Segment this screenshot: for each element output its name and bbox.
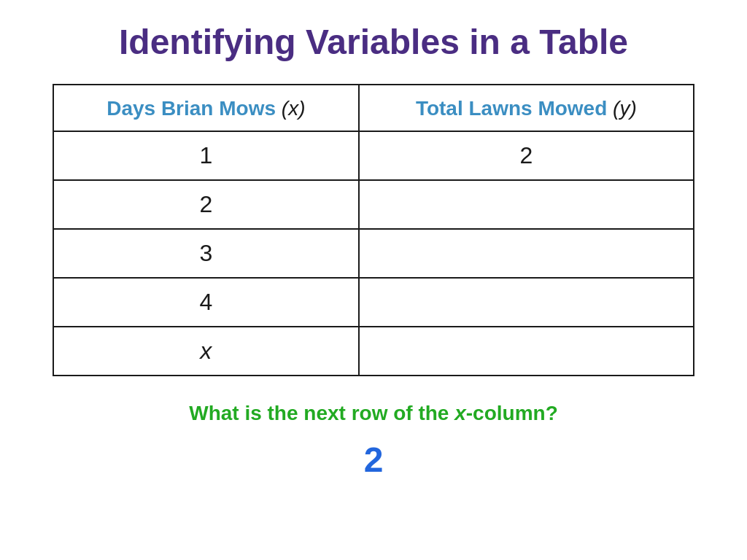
header-y: Total Lawns Mowed (y) [359, 85, 694, 131]
header-y-var: (y) [613, 97, 637, 120]
cell-x-1: 2 [53, 180, 359, 229]
cell-y-1 [359, 180, 694, 229]
table-row: 4 [53, 278, 694, 327]
variables-table: Days Brian Mows (x) Total Lawns Mowed (y… [53, 84, 694, 376]
cell-x-0: 1 [53, 131, 359, 180]
cell-x-4: x [53, 327, 359, 376]
cell-x-2: 3 [53, 229, 359, 278]
table-row: 3 [53, 229, 694, 278]
cell-y-2 [359, 229, 694, 278]
page-title: Identifying Variables in a Table [119, 22, 628, 62]
question-text: What is the next row of the x-column? [189, 402, 558, 425]
cell-y-4 [359, 327, 694, 376]
cell-x-3: 4 [53, 278, 359, 327]
header-x: Days Brian Mows (x) [53, 85, 359, 131]
header-y-label: Total Lawns Mowed [416, 97, 607, 120]
cell-y-3 [359, 278, 694, 327]
header-x-var: (x) [282, 97, 306, 120]
table-row: 12 [53, 131, 694, 180]
table-row: x [53, 327, 694, 376]
cell-y-0: 2 [359, 131, 694, 180]
table-row: 2 [53, 180, 694, 229]
table-container: Days Brian Mows (x) Total Lawns Mowed (y… [53, 84, 694, 376]
answer-text: 2 [364, 440, 384, 480]
header-x-label: Days Brian Mows [107, 97, 276, 120]
